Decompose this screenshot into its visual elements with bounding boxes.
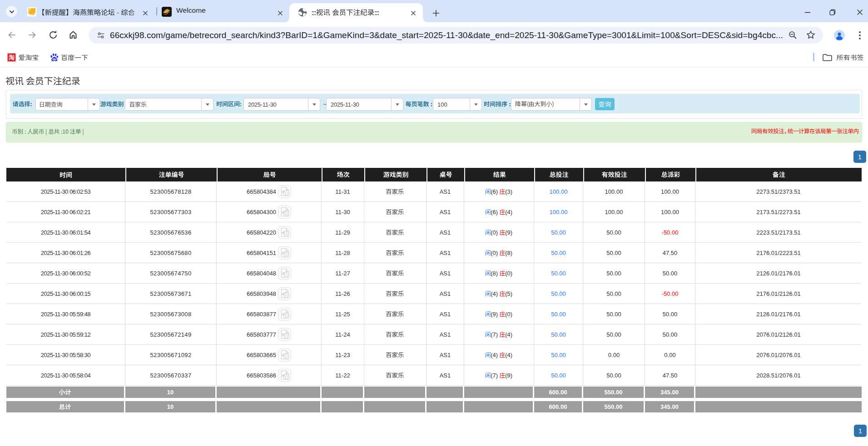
svg-text:du: du (52, 57, 56, 61)
